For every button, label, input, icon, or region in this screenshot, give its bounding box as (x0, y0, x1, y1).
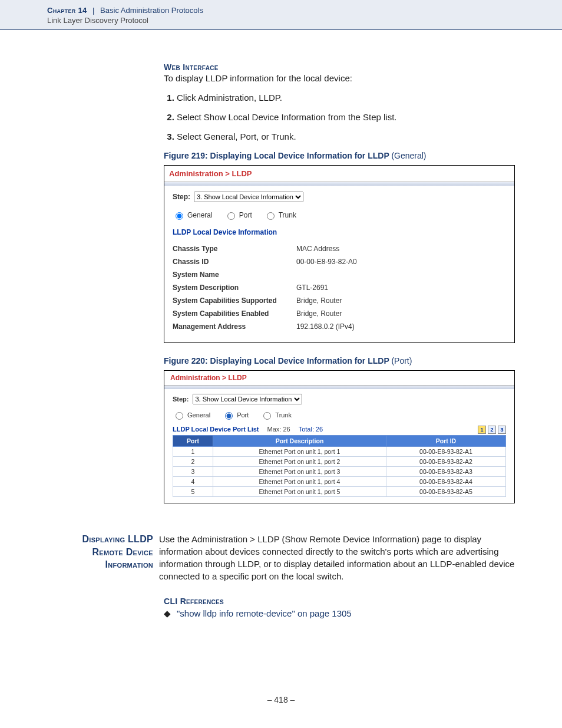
cli-references-heading: CLI References (164, 597, 515, 606)
port-list-table: Port Port Description Port ID 1Ethernet … (173, 435, 506, 497)
caption-paren: (General) (391, 151, 426, 160)
radio-port[interactable]: Port (224, 210, 252, 220)
cell-port: 3 (173, 467, 213, 477)
row-label: System Capabilities Supported (173, 294, 296, 307)
step-item: Click Administration, LLDP. (177, 93, 515, 103)
table-row: 1Ethernet Port on unit 1, port 100-00-E8… (173, 447, 506, 457)
info-table: Chassis TypeMAC Address Chassis ID00-00-… (173, 242, 506, 333)
cell-desc: Ethernet Port on unit 1, port 4 (213, 477, 386, 487)
step-item: Select Show Local Device Information fro… (177, 112, 515, 122)
step-select[interactable]: 3. Show Local Device Information (193, 394, 302, 404)
cell-id: 00-00-E8-93-82-A5 (386, 487, 506, 497)
cell-desc: Ethernet Port on unit 1, port 5 (213, 487, 386, 497)
web-interface-heading: Web Interface (164, 62, 515, 72)
row-value: GTL-2691 (296, 281, 506, 294)
heading-line: Displaying LLDP (71, 533, 153, 546)
figure-220: Administration > LLDP Step: 3. Show Loca… (164, 370, 515, 503)
figure-219-caption: Figure 219: Displaying Local Device Info… (164, 151, 515, 160)
row-value: 192.168.0.2 (IPv4) (296, 320, 506, 333)
table-row: 4Ethernet Port on unit 1, port 400-00-E8… (173, 477, 506, 487)
row-label: Chassis Type (173, 242, 296, 255)
subheading: LLDP Local Device Information (173, 228, 506, 236)
figure-219: Administration > LLDP Step: 3. Show Loca… (164, 165, 515, 343)
max-label: Max: 26 (267, 426, 290, 433)
section-heading: Displaying LLDP Remote Device Informatio… (0, 533, 159, 571)
col-port: Port (173, 436, 213, 447)
step-select[interactable]: 3. Show Local Device Information (194, 192, 303, 202)
page-header: Chapter 14 | Basic Administration Protoc… (0, 0, 562, 30)
list-title: LLDP Local Device Port List (173, 426, 259, 433)
caption-text: Figure 220: Displaying Local Device Info… (164, 356, 389, 365)
cell-id: 00-00-E8-93-82-A3 (386, 467, 506, 477)
cell-desc: Ethernet Port on unit 1, port 3 (213, 467, 386, 477)
step-item: Select General, Port, or Trunk. (177, 131, 515, 141)
pager-page[interactable]: 1 (478, 426, 486, 434)
row-value: Bridge, Router (296, 307, 506, 320)
radio-general[interactable]: General (173, 210, 213, 220)
radio-trunk[interactable]: Trunk (260, 410, 292, 420)
cell-desc: Ethernet Port on unit 1, port 1 (213, 447, 386, 457)
steps-list: Click Administration, LLDP. Select Show … (164, 93, 515, 141)
row-label: Chassis ID (173, 255, 296, 268)
row-value (296, 268, 506, 281)
chapter-label: Chapter 14 (47, 6, 87, 15)
radio-trunk[interactable]: Trunk (264, 210, 296, 220)
caption-paren: (Port) (391, 356, 412, 365)
col-desc: Port Description (213, 436, 386, 447)
breadcrumb: Administration > LLDP (164, 166, 514, 182)
heading-line: Information (71, 558, 153, 571)
radio-group: General Port Trunk (173, 210, 506, 220)
cli-reference-link[interactable]: "show lldp info remote-device" on page 1… (177, 608, 352, 618)
caption-text: Figure 219: Displaying Local Device Info… (164, 151, 389, 160)
row-label: System Capabilities Enabled (173, 307, 296, 320)
separator: | (92, 6, 94, 15)
radio-general[interactable]: General (173, 410, 210, 420)
pager-page[interactable]: 3 (498, 426, 506, 434)
radio-port[interactable]: Port (222, 410, 249, 420)
row-value: MAC Address (296, 242, 506, 255)
step-label: Step: (173, 396, 189, 403)
cell-port: 1 (173, 447, 213, 457)
cell-port: 4 (173, 477, 213, 487)
cell-port: 2 (173, 457, 213, 467)
cell-id: 00-00-E8-93-82-A4 (386, 477, 506, 487)
table-row: 5Ethernet Port on unit 1, port 500-00-E8… (173, 487, 506, 497)
web-interface-intro: To display LLDP information for the loca… (164, 72, 515, 84)
page-number: – 418 – (0, 695, 562, 704)
pager-page[interactable]: 2 (488, 426, 496, 434)
chapter-topic: Basic Administration Protocols (100, 6, 203, 15)
table-row: 3Ethernet Port on unit 1, port 300-00-E8… (173, 467, 506, 477)
cell-id: 00-00-E8-93-82-A2 (386, 457, 506, 467)
pager: 1 2 3 (478, 426, 506, 434)
step-label: Step: (173, 193, 190, 201)
row-value: Bridge, Router (296, 294, 506, 307)
total-label: Total: 26 (299, 426, 323, 433)
row-label: System Description (173, 281, 296, 294)
bullet-icon: ◆ (164, 608, 171, 619)
cell-port: 5 (173, 487, 213, 497)
col-id: Port ID (386, 436, 506, 447)
heading-line: Remote Device (71, 546, 153, 559)
row-label: System Name (173, 268, 296, 281)
radio-group: General Port Trunk (173, 410, 506, 420)
cell-id: 00-00-E8-93-82-A1 (386, 447, 506, 457)
row-label: Management Address (173, 320, 296, 333)
chapter-subtopic: Link Layer Discovery Protocol (47, 16, 562, 25)
breadcrumb: Administration > LLDP (164, 371, 514, 386)
table-row: 2Ethernet Port on unit 1, port 200-00-E8… (173, 457, 506, 467)
section-body: Use the Administration > LLDP (Show Remo… (159, 533, 515, 582)
figure-220-caption: Figure 220: Displaying Local Device Info… (164, 356, 515, 365)
cell-desc: Ethernet Port on unit 1, port 2 (213, 457, 386, 467)
row-value: 00-00-E8-93-82-A0 (296, 255, 506, 268)
